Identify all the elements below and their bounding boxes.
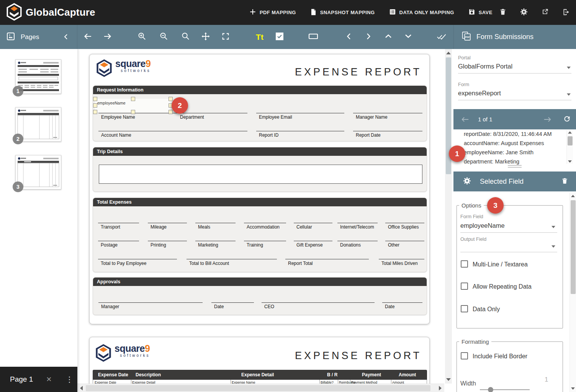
redo-arrow-button[interactable] bbox=[101, 30, 115, 44]
scroll-left-arrow[interactable] bbox=[80, 386, 83, 390]
horizontal-scroll-thumb[interactable] bbox=[86, 385, 430, 391]
resize-handle-nw[interactable] bbox=[93, 97, 97, 101]
page-thumbnail-2[interactable]: 2 bbox=[15, 107, 61, 142]
zoom-out-button[interactable] bbox=[157, 30, 170, 44]
scroll-down-arrow[interactable] bbox=[446, 378, 451, 381]
resize-handle-w[interactable] bbox=[93, 103, 97, 108]
page-thumbnail-1[interactable]: 1 bbox=[15, 59, 61, 94]
resize-handle-ne[interactable] bbox=[169, 97, 173, 101]
checkbox-tool-button[interactable] bbox=[273, 30, 286, 44]
selected-field-scrollbar[interactable] bbox=[569, 193, 576, 392]
rectangle-tool-button[interactable] bbox=[306, 30, 320, 44]
zoom-in-button[interactable] bbox=[135, 30, 149, 44]
refresh-icon bbox=[563, 115, 571, 124]
record-list-scrollbar[interactable] bbox=[566, 130, 573, 164]
selected-field-overlay[interactable]: employeeName bbox=[95, 99, 171, 112]
collapse-pages-button[interactable] bbox=[59, 30, 73, 44]
portal-select[interactable]: GlobalForms Portal bbox=[458, 63, 512, 70]
trash-icon bbox=[499, 8, 507, 17]
undo-arrow-button[interactable] bbox=[81, 30, 95, 44]
record-employee-name[interactable]: employeeName: Jane Smith bbox=[453, 148, 566, 157]
slider-track[interactable] bbox=[480, 389, 530, 390]
settings-button[interactable] bbox=[519, 8, 529, 17]
save-button[interactable]: SAVE bbox=[468, 8, 493, 17]
kebab-menu-icon[interactable]: ⋮ bbox=[65, 375, 73, 384]
document-vertical-scrollbar[interactable] bbox=[445, 49, 452, 384]
delete-button[interactable] bbox=[498, 8, 507, 17]
pan-move-button[interactable] bbox=[199, 30, 213, 44]
close-icon[interactable]: ✕ bbox=[46, 375, 52, 384]
search-button[interactable] bbox=[178, 30, 192, 44]
scroll-up-arrow[interactable] bbox=[568, 131, 572, 134]
marketing-field: Marketing bbox=[195, 241, 236, 248]
pdf-mapping-button[interactable]: PDF MAPPING bbox=[249, 8, 296, 17]
pagination-text: 1 of 1 bbox=[478, 116, 493, 122]
pages-sidebar: 1 2 3 P bbox=[0, 49, 77, 392]
delete-field-button[interactable] bbox=[560, 177, 569, 186]
fullscreen-button[interactable] bbox=[219, 30, 232, 44]
gear-icon bbox=[520, 8, 528, 17]
move-up-button[interactable] bbox=[381, 30, 395, 44]
ceo-signature-field: CEO bbox=[262, 302, 375, 309]
record-account-name[interactable]: accountName: August Expenses bbox=[453, 139, 566, 148]
scroll-right-arrow[interactable] bbox=[439, 386, 442, 390]
app-bar-actions: PDF MAPPING SNAPSHOT MAPPING DATA ONLY M… bbox=[249, 0, 493, 25]
multiline-checkbox[interactable] bbox=[461, 260, 468, 268]
refresh-button[interactable] bbox=[562, 115, 571, 124]
data-only-mapping-button[interactable]: DATA ONLY MAPPING bbox=[389, 8, 454, 17]
next-submission-button[interactable] bbox=[543, 115, 552, 124]
scroll-up-arrow[interactable] bbox=[446, 52, 451, 54]
slider-knob[interactable] bbox=[488, 387, 493, 392]
move-icon bbox=[201, 32, 210, 42]
trip-details-textbox[interactable] bbox=[99, 165, 422, 184]
list-icon bbox=[389, 8, 396, 17]
data-only-checkbox[interactable] bbox=[461, 305, 468, 312]
document-icon bbox=[310, 8, 317, 17]
chevron-down-icon[interactable] bbox=[551, 245, 555, 250]
document-horizontal-scrollbar[interactable] bbox=[77, 384, 444, 392]
resize-handle-se[interactable] bbox=[169, 110, 173, 114]
resize-handle-sw[interactable] bbox=[93, 110, 97, 114]
chevron-down-icon bbox=[405, 34, 412, 40]
form-field-select[interactable]: employeeName bbox=[460, 222, 505, 229]
include-field-border-label: Include Field Border bbox=[473, 353, 527, 360]
snapshot-mapping-button[interactable]: SNAPSHOT MAPPING bbox=[310, 8, 375, 17]
globalcapture-logo-icon bbox=[6, 3, 22, 22]
chevron-down-icon[interactable] bbox=[567, 93, 571, 98]
scroll-thumb[interactable] bbox=[568, 136, 573, 145]
meals-field: Meals bbox=[195, 223, 236, 230]
text-tool-button[interactable]: Tt bbox=[253, 30, 267, 44]
scroll-down-arrow[interactable] bbox=[571, 387, 575, 390]
scroll-up-arrow[interactable] bbox=[571, 195, 575, 197]
section-header: Trip Details bbox=[93, 147, 427, 156]
page-thumbnail-3[interactable]: 3 bbox=[15, 155, 61, 189]
record-report-date[interactable]: reportDate: 8/31/2020, 11:46:44 AM bbox=[453, 129, 566, 139]
open-external-button[interactable] bbox=[540, 8, 550, 17]
submission-record-list[interactable]: reportDate: 8/31/2020, 11:46:44 AM accou… bbox=[453, 129, 566, 165]
chevron-down-icon[interactable] bbox=[551, 226, 555, 230]
include-field-border-checkbox[interactable] bbox=[461, 352, 468, 359]
logout-button[interactable] bbox=[561, 8, 571, 17]
next-field-button[interactable] bbox=[362, 30, 375, 44]
repeating-data-checkbox[interactable] bbox=[461, 283, 468, 290]
zoom-in-icon bbox=[137, 32, 146, 42]
ceo-date-field: Date bbox=[382, 302, 422, 309]
prev-field-button[interactable] bbox=[342, 30, 355, 44]
width-slider[interactable] bbox=[480, 387, 530, 392]
resize-handle-s[interactable] bbox=[131, 110, 135, 114]
training-field: Training bbox=[244, 241, 286, 248]
apply-all-button[interactable] bbox=[435, 30, 448, 44]
plus-icon bbox=[249, 8, 257, 17]
page-number-badge: 1 bbox=[13, 86, 23, 96]
chevron-down-icon[interactable] bbox=[567, 67, 571, 71]
scroll-thumb[interactable] bbox=[571, 200, 576, 294]
prev-submission-button[interactable] bbox=[460, 115, 470, 124]
internet-telecom-field: Internet/Telecom bbox=[337, 223, 378, 230]
record-department[interactable]: department: Marketing bbox=[453, 157, 566, 165]
form-select[interactable]: expenseReport bbox=[458, 90, 501, 97]
move-down-button[interactable] bbox=[401, 30, 415, 44]
scroll-down-arrow[interactable] bbox=[568, 160, 572, 163]
double-check-icon bbox=[437, 33, 447, 41]
panel-resize-handle[interactable] bbox=[508, 165, 522, 169]
resize-handle-n[interactable] bbox=[131, 97, 135, 101]
